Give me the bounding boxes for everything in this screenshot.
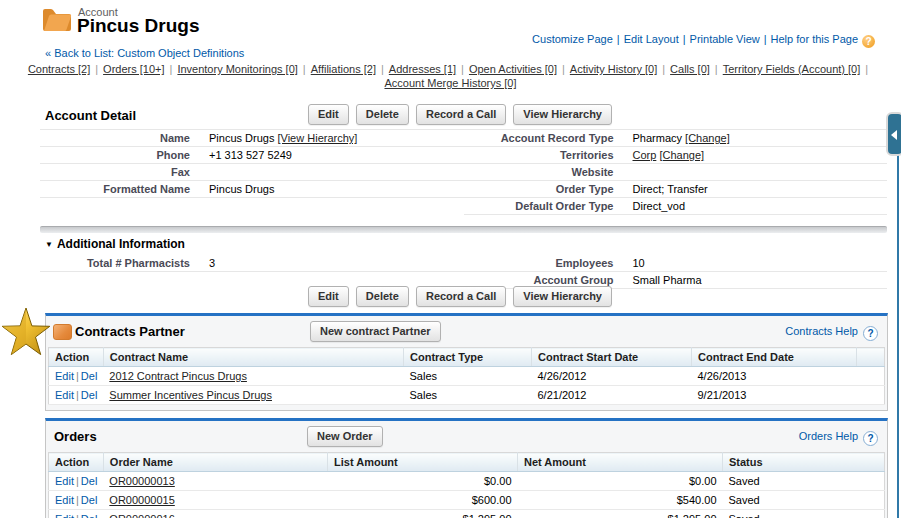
change-record-type-link[interactable]: [Change] xyxy=(685,132,730,144)
cell-list-amount: $600.00 xyxy=(328,491,518,510)
orders-table: Action Order Name List Amount Net Amount… xyxy=(48,452,885,518)
cell-status: Saved xyxy=(723,510,885,518)
record-a-call-button[interactable]: Record a Call xyxy=(416,104,506,125)
cell-order-name: OR00000015 xyxy=(103,491,327,510)
field-row-name: Name Pincus Drugs [View Hierarchy] xyxy=(40,130,464,147)
account-detail-section: Account Detail Edit Delete Record a Call… xyxy=(40,103,887,215)
orders-panel: Orders New Order Orders Help? Action Ord… xyxy=(45,418,888,518)
account-folder-icon xyxy=(42,7,72,32)
shortcut-addresses[interactable]: Addresses [1] xyxy=(389,63,456,75)
cell-list-amount: $0.00 xyxy=(328,472,518,491)
order-name-link[interactable]: OR00000015 xyxy=(109,494,174,506)
help-icon[interactable]: ? xyxy=(863,326,878,341)
field-row-order-type: Order Type Direct; Transfer xyxy=(464,181,888,198)
col-net-amount: Net Amount xyxy=(518,453,723,472)
contract-name-link[interactable]: Summer Incentives Pincus Drugs xyxy=(109,389,272,401)
page-title: Pincus Drugs xyxy=(77,15,199,37)
contracts-help-link[interactable]: Contracts Help xyxy=(785,325,858,337)
field-value: Small Pharma xyxy=(628,274,888,286)
contracts-partner-panel: Contracts Partner New contract Partner C… xyxy=(45,313,888,411)
shortcut-calls[interactable]: Calls [0] xyxy=(670,63,710,75)
edit-button[interactable]: Edit xyxy=(308,104,349,125)
back-to-list-link[interactable]: « Back to List: Custom Object Definition… xyxy=(45,47,244,59)
shortcut-territory-fields[interactable]: Territory Fields (Account) [0] xyxy=(723,63,861,75)
shortcut-account-merge-historys[interactable]: Account Merge Historys [0] xyxy=(384,77,516,89)
delete-row-link[interactable]: Del xyxy=(81,494,98,506)
col-order-name: Order Name xyxy=(103,453,327,472)
help-icon[interactable]: ? xyxy=(863,431,878,446)
edit-row-link[interactable]: Edit xyxy=(55,370,74,382)
delete-button[interactable]: Delete xyxy=(356,286,409,307)
delete-row-link[interactable]: Del xyxy=(81,389,98,401)
edit-layout-link[interactable]: Edit Layout xyxy=(624,33,679,45)
shortcut-inventory-monitorings[interactable]: Inventory Monitorings [0] xyxy=(177,63,297,75)
cell-net-amount: $0.00 xyxy=(518,472,723,491)
shortcut-affiliations[interactable]: Affiliations [2] xyxy=(311,63,376,75)
sidebar-collapse-handle[interactable] xyxy=(886,112,901,156)
separator: | xyxy=(76,513,79,518)
shortcut-open-activities[interactable]: Open Activities [0] xyxy=(469,63,557,75)
record-a-call-button[interactable]: Record a Call xyxy=(416,286,506,307)
view-hierarchy-link[interactable]: [View Hierarchy] xyxy=(277,132,357,144)
territory-link[interactable]: Corp xyxy=(633,149,657,161)
col-list-amount: List Amount xyxy=(328,453,518,472)
field-value: Corp [Change] xyxy=(628,149,888,161)
edit-row-link[interactable]: Edit xyxy=(55,475,74,487)
contract-name-link[interactable]: 2012 Contract Pincus Drugs xyxy=(109,370,247,382)
view-hierarchy-button[interactable]: View Hierarchy xyxy=(513,286,612,307)
delete-button[interactable]: Delete xyxy=(356,104,409,125)
help-icon[interactable]: ? xyxy=(862,35,875,48)
orders-title: Orders xyxy=(54,429,97,444)
order-name-link[interactable]: OR00000016 xyxy=(109,513,174,518)
col-action: Action xyxy=(49,453,104,472)
section-divider-bar xyxy=(40,226,887,233)
cell-contract-name: 2012 Contract Pincus Drugs xyxy=(103,367,403,386)
shortcut-orders[interactable]: Orders [10+] xyxy=(103,63,164,75)
detail-bottom-button-row: Edit Delete Record a Call View Hierarchy xyxy=(0,286,901,307)
table-row: Edit|Del OR00000016 $1,295.00 $1,295.00 … xyxy=(49,510,885,518)
shortcut-activity-history[interactable]: Activity History [0] xyxy=(570,63,657,75)
edit-row-link[interactable]: Edit xyxy=(55,513,74,518)
edit-row-link[interactable]: Edit xyxy=(55,389,74,401)
delete-row-link[interactable]: Del xyxy=(81,370,98,382)
field-value: Pharmacy [Change] xyxy=(628,132,888,144)
cell-contract-end-date: 4/26/2013 xyxy=(692,367,857,386)
view-hierarchy-button[interactable]: View Hierarchy xyxy=(513,104,612,125)
contracts-partner-title: Contracts Partner xyxy=(75,324,185,339)
detail-button-row: Edit Delete Record a Call View Hierarchy xyxy=(306,104,614,125)
edit-button[interactable]: Edit xyxy=(308,286,349,307)
field-row-default-order-type: Default Order Type Direct_vod xyxy=(464,198,888,215)
order-name-link[interactable]: OR00000013 xyxy=(109,475,174,487)
delete-row-link[interactable]: Del xyxy=(81,513,98,518)
cell-contract-type: Sales xyxy=(404,367,532,386)
field-label: Name xyxy=(40,132,204,144)
separator: | xyxy=(170,63,173,75)
separator: | xyxy=(76,494,79,506)
cell-net-amount: $540.00 xyxy=(518,491,723,510)
field-label: Account Record Type xyxy=(464,132,628,144)
shortcut-contracts[interactable]: Contracts [2] xyxy=(28,63,90,75)
cell-action: Edit|Del xyxy=(49,510,104,518)
separator: | xyxy=(95,63,98,75)
change-territory-link[interactable]: [Change] xyxy=(659,149,704,161)
new-order-button[interactable]: New Order xyxy=(307,426,383,447)
delete-row-link[interactable]: Del xyxy=(81,475,98,487)
edit-row-link[interactable]: Edit xyxy=(55,494,74,506)
field-row-total-pharmacists: Total # Pharmacists 3 xyxy=(40,255,464,272)
additional-information-section: ▼Additional Information Total # Pharmaci… xyxy=(40,226,887,289)
collapse-twisty-icon[interactable]: ▼ xyxy=(45,240,53,249)
customize-page-link[interactable]: Customize Page xyxy=(532,33,613,45)
orders-help-link[interactable]: Orders Help xyxy=(799,430,858,442)
additional-information-header[interactable]: ▼Additional Information xyxy=(40,233,887,255)
table-header-row: Action Order Name List Amount Net Amount… xyxy=(49,453,885,472)
field-row-website: Website xyxy=(464,164,888,181)
separator: | xyxy=(617,33,620,45)
additional-right-column: Employees 10 Account Group Small Pharma xyxy=(464,255,888,289)
printable-view-link[interactable]: Printable View xyxy=(690,33,760,45)
field-value: +1 313 527 5249 xyxy=(204,149,464,161)
cell-list-amount: $1,295.00 xyxy=(328,510,518,518)
new-contract-partner-button[interactable]: New contract Partner xyxy=(310,321,441,342)
cell-contract-start-date: 6/21/2012 xyxy=(532,386,692,405)
help-for-page-link[interactable]: Help for this Page xyxy=(771,33,858,45)
cell-contract-type: Sales xyxy=(404,386,532,405)
